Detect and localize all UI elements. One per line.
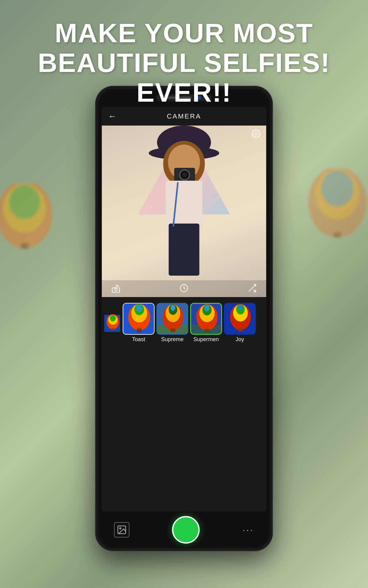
svg-rect-52 <box>171 329 175 332</box>
headline-line1: MAKE YOUR MOST <box>55 18 313 48</box>
viewfinder-controls <box>102 280 266 297</box>
filter-supermen-label: Supermen <box>193 336 219 343</box>
svg-point-16 <box>182 172 187 177</box>
shutter-button[interactable] <box>172 516 200 544</box>
filter-toast-label: Toast <box>132 336 145 343</box>
headline: MAKE YOUR MOST BEAUTIFUL SELFIES! EVER!! <box>0 18 368 107</box>
filter-item-supermen[interactable]: Supermen <box>190 303 222 343</box>
svg-point-6 <box>321 171 353 206</box>
svg-rect-69 <box>238 329 243 332</box>
svg-point-73 <box>120 528 121 529</box>
filter-item-partial[interactable] <box>104 307 121 339</box>
camera-header: ← CAMERA <box>102 107 266 126</box>
camera-title: CAMERA <box>167 112 201 120</box>
svg-point-2 <box>9 185 40 219</box>
svg-line-30 <box>253 289 256 292</box>
more-options-button[interactable]: ··· <box>243 525 254 535</box>
filter-supreme-label: Supreme <box>161 336 183 343</box>
phone-device: ← CAMERA <box>95 86 273 551</box>
settings-icon[interactable] <box>251 129 261 141</box>
svg-point-34 <box>110 315 116 322</box>
bg-left-balloon <box>0 184 55 263</box>
camera-viewfinder[interactable] <box>102 126 266 297</box>
filter-item-supreme[interactable]: Supreme <box>156 303 188 343</box>
svg-point-51 <box>171 305 175 311</box>
svg-point-68 <box>238 304 243 311</box>
svg-rect-18 <box>169 224 199 276</box>
person-figure <box>102 126 266 297</box>
filter-item-joy[interactable]: Joy <box>224 303 256 343</box>
svg-point-41 <box>136 305 142 312</box>
filter-item-toast[interactable]: Toast <box>123 303 155 343</box>
svg-point-8 <box>255 133 257 135</box>
filter-strip: Toast <box>102 297 266 349</box>
back-button[interactable]: ← <box>108 111 117 121</box>
headline-line2: BEAUTIFUL SELFIES! EVER!! <box>38 47 330 107</box>
flip-camera-icon[interactable] <box>111 283 121 294</box>
filter-joy-label: Joy <box>236 336 244 343</box>
phone-screen: ← CAMERA <box>102 107 266 511</box>
bg-right-balloon <box>304 168 368 254</box>
svg-rect-36 <box>112 328 114 330</box>
svg-point-45 <box>137 330 142 333</box>
timer-icon[interactable] <box>179 283 189 294</box>
svg-point-27 <box>115 288 117 291</box>
gallery-button[interactable] <box>114 522 129 537</box>
shuffle-icon[interactable] <box>247 283 257 294</box>
phone-inner: ← CAMERA <box>98 89 270 548</box>
svg-rect-7 <box>334 232 341 238</box>
bottom-bar: ··· <box>102 511 266 548</box>
svg-point-60 <box>204 305 210 311</box>
svg-rect-3 <box>21 243 28 249</box>
svg-rect-61 <box>205 329 209 332</box>
